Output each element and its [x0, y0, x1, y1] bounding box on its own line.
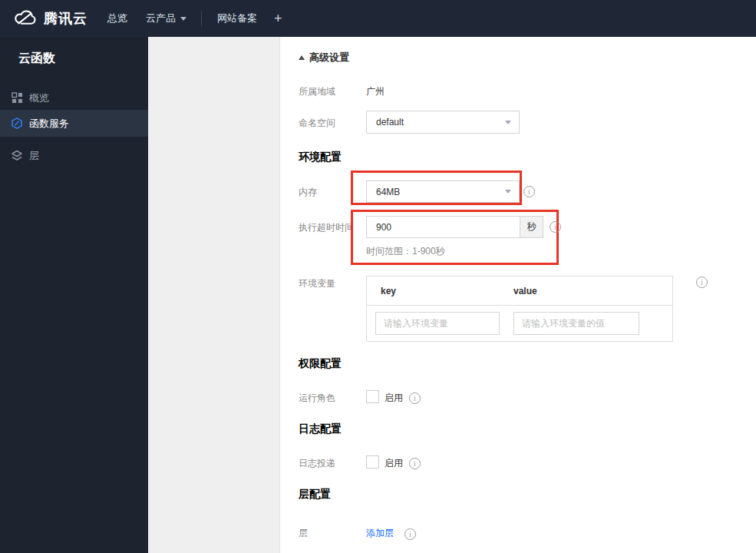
layers-icon: [11, 150, 23, 162]
log-delivery-enable-checkbox[interactable]: [366, 455, 379, 469]
secondary-panel: [148, 37, 280, 553]
section-log-config: 日志配置: [299, 422, 342, 436]
env-key-column-header: key: [381, 286, 396, 296]
topnav-cloud-products[interactable]: 云产品: [146, 0, 187, 37]
chevron-down-icon: [505, 121, 511, 124]
log-delivery-label: 日志投递: [299, 457, 335, 470]
env-vars-info-icon[interactable]: [696, 276, 708, 288]
env-vars-table-header: key value: [367, 276, 672, 306]
timeout-label: 执行超时时间: [299, 221, 354, 234]
memory-select[interactable]: 64MB: [366, 180, 520, 203]
namespace-select[interactable]: default: [366, 111, 520, 134]
advanced-settings-label: 高级设置: [309, 51, 349, 65]
topnav-overview[interactable]: 总览: [107, 0, 127, 37]
sidebar-item-layers[interactable]: 层: [0, 142, 148, 169]
chevron-down-icon: [505, 190, 511, 194]
region-value: 广州: [366, 85, 385, 98]
layer-label: 层: [299, 527, 308, 540]
timeout-input[interactable]: [367, 217, 520, 237]
topnav-products-label: 云产品: [146, 12, 176, 25]
env-vars-label: 环境变量: [299, 277, 335, 290]
cloud-logo-icon: [12, 7, 37, 30]
grid-icon: [11, 92, 23, 104]
topnav-website-beian[interactable]: 网站备案: [217, 0, 257, 37]
add-layer-link[interactable]: 添加层: [366, 527, 394, 540]
sidebar-item-function-service[interactable]: 函数服务: [0, 110, 148, 137]
env-vars-table-row: [367, 306, 672, 342]
layer-info-icon[interactable]: [404, 528, 416, 540]
topnav-overview-label: 总览: [107, 12, 127, 25]
run-role-info-icon[interactable]: [409, 392, 421, 404]
log-delivery-enable-label: 启用: [385, 457, 403, 470]
timeout-input-group: 秒: [366, 216, 543, 238]
timeout-info-icon[interactable]: [550, 221, 561, 233]
region-label: 所属地域: [299, 85, 335, 98]
run-role-label: 运行角色: [299, 392, 335, 405]
collapse-triangle-icon: [299, 55, 305, 60]
chevron-down-icon: [180, 17, 187, 21]
advanced-settings-form: 高级设置 所属地域 广州 命名空间 default 环境配置 内存 64MB 执…: [280, 37, 756, 553]
sidebar-product-title: 云函数: [18, 51, 55, 67]
topnav-beian-label: 网站备案: [217, 12, 257, 25]
section-layer-config: 层配置: [299, 488, 331, 502]
function-hexagon-icon: [11, 118, 23, 130]
sidebar-item-label: 层: [29, 149, 39, 163]
plus-icon: +: [274, 11, 282, 27]
namespace-selected-value: default: [376, 117, 404, 127]
timeout-unit-suffix: 秒: [520, 217, 543, 237]
run-role-enable-checkbox[interactable]: [366, 390, 379, 403]
memory-info-icon[interactable]: [523, 186, 535, 197]
sidebar: 云函数 概览 函数服务 层: [0, 37, 148, 553]
tencent-cloud-logo[interactable]: 腾讯云: [12, 0, 87, 37]
section-environment-config: 环境配置: [299, 151, 342, 164]
sidebar-item-label: 函数服务: [29, 117, 69, 131]
topnav-add-tab-button[interactable]: +: [274, 0, 282, 37]
memory-selected-value: 64MB: [376, 187, 400, 197]
run-role-enable-label: 启用: [385, 392, 403, 405]
topbar: 腾讯云 总览 云产品 网站备案 +: [0, 0, 756, 37]
env-vars-table: key value: [366, 276, 673, 342]
timeout-range-hint: 时间范围：1-900秒: [366, 245, 445, 258]
env-value-input[interactable]: [513, 312, 639, 335]
namespace-label: 命名空间: [299, 117, 335, 130]
memory-label: 内存: [299, 186, 317, 199]
advanced-settings-toggle[interactable]: 高级设置: [299, 51, 349, 65]
section-permission-config: 权限配置: [299, 357, 342, 371]
sidebar-item-label: 概览: [29, 91, 49, 105]
env-key-input[interactable]: [375, 312, 500, 335]
env-value-column-header: value: [513, 286, 537, 296]
topbar-divider: [201, 11, 202, 26]
sidebar-item-overview[interactable]: 概览: [0, 84, 148, 111]
log-delivery-info-icon[interactable]: [409, 458, 421, 469]
brand-name: 腾讯云: [44, 9, 87, 28]
